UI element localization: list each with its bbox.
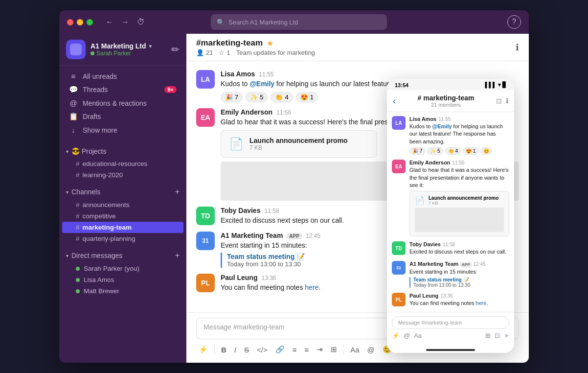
reaction-heart-eyes[interactable]: 😍 1 xyxy=(296,92,318,102)
mobile-back-button[interactable]: ‹ xyxy=(393,96,396,106)
dm-item-lisa[interactable]: Lisa Amos xyxy=(62,274,183,285)
mobile-time: 11:56 xyxy=(452,160,464,165)
mobile-text: Kudos to @Emily for helping us launch ou… xyxy=(409,123,509,145)
sidebar: A1 Marketing Ltd ▼ Sarah Parker ✏ ≡ All … xyxy=(59,34,186,363)
mobile-attachment-button[interactable]: ⊞ xyxy=(485,332,491,339)
channels-section-header[interactable]: ▾ Channels + xyxy=(59,185,186,199)
hash-icon: # xyxy=(76,212,80,220)
workspace-name[interactable]: A1 Marketing Ltd ▼ xyxy=(90,42,166,50)
unordered-list-button[interactable]: ≡ xyxy=(302,344,311,356)
forward-button[interactable]: → xyxy=(118,16,132,28)
compose-button[interactable]: ✏ xyxy=(171,44,180,55)
mobile-reaction[interactable]: 👏 4 xyxy=(445,147,461,155)
dm-section: ▾ Direct messages + Sarah Parker (you) L… xyxy=(59,248,186,297)
channel-info-button[interactable]: ℹ xyxy=(516,42,519,53)
message-author: Paul Leung xyxy=(221,274,257,281)
history-button[interactable]: ⏱ xyxy=(134,16,148,28)
mobile-mention-button[interactable]: @ xyxy=(404,332,410,339)
mobile-channel-name: # marketing-team xyxy=(400,94,492,102)
dm-item-sarah[interactable]: Sarah Parker (you) xyxy=(62,263,183,274)
workspace-icon[interactable] xyxy=(66,40,86,59)
mobile-time: 13:54 xyxy=(395,82,408,88)
add-channel-button[interactable]: + xyxy=(175,187,180,196)
channel-name: learning-2020 xyxy=(83,171,123,179)
mobile-message-app: 31 A1 Marketing Team APP 12:45 Event sta… xyxy=(392,261,509,288)
dm-section-label: Direct messages xyxy=(71,252,122,259)
back-button[interactable]: ← xyxy=(103,16,116,28)
ordered-list-button[interactable]: ≡ xyxy=(290,344,299,356)
mobile-home-bar xyxy=(387,343,514,353)
text-style-button[interactable]: Aa xyxy=(348,344,362,356)
mobile-author: Emily Anderson xyxy=(409,160,450,165)
reaction-sparkle[interactable]: ✨ 5 xyxy=(246,92,268,102)
online-indicator xyxy=(76,267,80,271)
mobile-header-actions: ⊡ ℹ xyxy=(496,97,508,105)
maximize-window-button[interactable] xyxy=(87,19,93,25)
code-button[interactable]: </> xyxy=(254,344,270,356)
channel-title-name: #marketing-team xyxy=(196,38,263,48)
dm-section-header[interactable]: ▾ Direct messages + xyxy=(59,248,186,263)
mobile-reaction[interactable]: ✨ 5 xyxy=(427,147,443,155)
mobile-avatar-emily: EA xyxy=(392,160,406,173)
mobile-file[interactable]: 📄 Launch announcement promo 7 KB xyxy=(409,191,509,236)
mobile-msg-header: Toby Davies 11:58 xyxy=(409,241,509,247)
mobile-event-title[interactable]: Team status meeting 📝 xyxy=(413,277,509,282)
channel-item-announcements[interactable]: # announcements xyxy=(62,199,183,210)
mobile-msg-content: Emily Anderson 11:56 Glad to hear that i… xyxy=(409,160,509,236)
online-indicator xyxy=(76,278,80,282)
mobile-messages[interactable]: LA Lisa Amos 11:55 Kudos to @Emily for h… xyxy=(387,112,514,312)
channel-item-competitive[interactable]: # competitive xyxy=(62,210,183,222)
mobile-send-button[interactable]: ➤ xyxy=(504,332,509,339)
mobile-video-icon[interactable]: ⊡ xyxy=(496,97,502,105)
mobile-giphy-button[interactable]: ⊡ xyxy=(495,332,500,339)
lightning-button[interactable]: ⚡ xyxy=(196,343,210,356)
sidebar-item-label: Drafts xyxy=(83,113,101,120)
sidebar-item-threads[interactable]: 💬 Threads 9+ xyxy=(62,83,183,96)
channel-item-marketing-team[interactable]: # marketing-team xyxy=(62,222,183,233)
mobile-reaction[interactable]: 😊 xyxy=(480,147,492,155)
reaction-party[interactable]: 🎉 7 xyxy=(221,92,243,102)
mobile-time: 12:45 xyxy=(474,261,486,267)
reaction-clap[interactable]: 👏 4 xyxy=(271,92,293,102)
channel-item-learning[interactable]: # learning-2020 xyxy=(62,169,183,181)
mobile-info-icon[interactable]: ℹ xyxy=(506,97,508,105)
italic-button[interactable]: I xyxy=(232,344,239,356)
workspace-header: A1 Marketing Ltd ▼ Sarah Parker ✏ xyxy=(59,34,186,66)
dm-item-matt[interactable]: Matt Brewer xyxy=(62,285,183,297)
mobile-reaction[interactable]: 😍 1 xyxy=(463,147,478,155)
mobile-reaction[interactable]: 🎉 7 xyxy=(409,147,425,155)
close-window-button[interactable] xyxy=(67,19,73,25)
link-button[interactable]: 🔗 xyxy=(273,343,287,356)
mention-button[interactable]: @ xyxy=(365,344,377,356)
indent-button[interactable]: ⇥ xyxy=(314,343,325,356)
format-button[interactable]: ⊞ xyxy=(328,343,339,356)
home-indicator xyxy=(426,349,475,351)
meeting-notes-link[interactable]: here xyxy=(305,283,318,291)
mobile-lightning-button[interactable]: ⚡ xyxy=(392,332,400,339)
mobile-input-placeholder: Message #marketing-team xyxy=(398,320,462,326)
file-attachment[interactable]: 📄 Launch announcement promo 7 KB xyxy=(221,130,377,158)
sidebar-item-mentions[interactable]: @ Mentions & reactions xyxy=(62,96,183,110)
sidebar-item-all-unreads[interactable]: ≡ All unreads xyxy=(62,70,183,83)
mobile-event-time: Today from 13:00 to 13:30 xyxy=(413,282,509,288)
projects-section-header[interactable]: ▾ 😎 Projects xyxy=(59,144,186,158)
mobile-text-button[interactable]: Aa xyxy=(414,332,422,339)
mobile-message-lisa: LA Lisa Amos 11:55 Kudos to @Emily for h… xyxy=(392,116,509,155)
mobile-notes-link[interactable]: here xyxy=(475,300,486,306)
avatar-calendar: 31 xyxy=(196,232,215,250)
star-icon[interactable]: ★ xyxy=(267,39,273,48)
add-dm-button[interactable]: + xyxy=(175,251,180,260)
show-more-icon: ↓ xyxy=(69,126,78,134)
chat-header: #marketing-team ★ 👤 21 ☆ 1 Team updates … xyxy=(186,34,529,61)
channel-item-quarterly[interactable]: # quarterly-planning xyxy=(62,233,183,244)
search-bar[interactable]: 🔍 Search A1 Marketing Ltd xyxy=(211,14,387,30)
help-button[interactable]: ? xyxy=(507,15,521,29)
channel-item-educational[interactable]: # educational-resources xyxy=(62,158,183,169)
minimize-window-button[interactable] xyxy=(77,19,83,25)
bold-button[interactable]: B xyxy=(219,344,229,356)
strikethrough-button[interactable]: S xyxy=(242,344,251,356)
mobile-message-input[interactable]: Message #marketing-team xyxy=(392,316,509,329)
channels-caret-icon: ▾ xyxy=(66,189,68,195)
sidebar-item-drafts[interactable]: 📋 Drafts xyxy=(62,110,183,123)
sidebar-item-show-more[interactable]: ↓ Show more xyxy=(62,123,183,137)
